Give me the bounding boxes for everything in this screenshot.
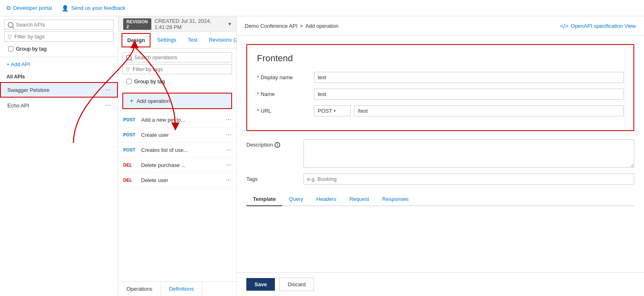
search-apis-wrap[interactable] xyxy=(4,20,114,30)
breadcrumb: Demo Conference API > Add operation xyxy=(245,23,339,29)
op-more-1[interactable]: ··· xyxy=(226,131,231,138)
tab-test[interactable]: Test xyxy=(183,33,202,47)
op-method-2: POST xyxy=(123,147,137,152)
tags-input[interactable] xyxy=(303,174,634,185)
name-star: * xyxy=(257,91,259,97)
name-row: * Name xyxy=(257,89,624,100)
group-by-label: Group by tag xyxy=(16,46,46,52)
op-more-2[interactable]: ··· xyxy=(226,146,231,154)
op-more-0[interactable]: ··· xyxy=(226,116,231,123)
middle-panel: REVISION 2 CREATED Jul 31, 2024, 1:41:28… xyxy=(118,16,237,296)
search-apis-input[interactable] xyxy=(16,22,110,28)
ops-search-input[interactable] xyxy=(134,54,228,60)
top-bar: ⧉ Developer portal 👤 Send us your feedba… xyxy=(0,0,644,16)
op-item-0[interactable]: POST Add a new pet to... ··· xyxy=(118,112,236,127)
name-label: Name xyxy=(261,91,275,97)
save-button[interactable]: Save xyxy=(246,278,275,291)
breadcrumb-page: Add operation xyxy=(305,23,339,29)
op-item-left-0: POST Add a new pet to... xyxy=(123,117,185,123)
openapi-link[interactable]: </> OpenAPI specification View xyxy=(560,23,636,29)
filter-tags-input[interactable] xyxy=(14,33,110,40)
sidebar-item-echo-api[interactable]: Echo API ··· xyxy=(0,98,118,113)
filter-icon: ▽ xyxy=(8,33,12,40)
op-item-2[interactable]: POST Creates list of use... ··· xyxy=(118,142,236,158)
tab-settings[interactable]: Settings xyxy=(152,33,181,47)
content-header: Demo Conference API > Add operation </> … xyxy=(237,16,644,36)
revision-badge: REVISION 2 xyxy=(123,18,151,30)
add-operation-button[interactable]: + Add operation xyxy=(122,93,232,109)
swagger-petstore-more-button[interactable]: ··· xyxy=(105,86,111,93)
developer-portal-link[interactable]: ⧉ Developer portal xyxy=(7,4,52,11)
op-item-4[interactable]: DEL Delete user ··· xyxy=(118,173,236,188)
ops-filter-wrap[interactable]: ▽ xyxy=(122,64,232,74)
display-name-row: * Display name xyxy=(257,72,624,83)
ops-search-icon xyxy=(126,55,132,60)
op-method-1: POST xyxy=(123,132,137,137)
tab-design[interactable]: Design xyxy=(122,33,150,47)
description-textarea[interactable] xyxy=(303,139,634,168)
plus-icon: + xyxy=(130,98,133,104)
name-label-wrap: * Name xyxy=(257,89,314,97)
url-label-wrap: * URL xyxy=(257,105,314,114)
sub-tab-template[interactable]: Template xyxy=(246,193,282,206)
ops-filter-icon: ▽ xyxy=(126,66,130,72)
sidebar-item-swagger-petstore[interactable]: Swagger Petstore ··· xyxy=(0,82,118,98)
display-name-input[interactable] xyxy=(314,72,624,83)
op-name-0: Add a new pet to... xyxy=(141,117,185,123)
tags-row: Tags xyxy=(246,174,634,185)
display-name-label-wrap: * Display name xyxy=(257,72,314,80)
description-row: Description i xyxy=(246,139,634,168)
url-path-input[interactable] xyxy=(354,105,624,116)
info-icon: i xyxy=(274,142,280,148)
content-area: Demo Conference API > Add operation </> … xyxy=(237,16,644,296)
ops-group-by-checkbox[interactable] xyxy=(126,79,132,84)
sub-tab-headers[interactable]: Headers xyxy=(310,193,343,206)
api-name-echo: Echo API xyxy=(7,102,29,109)
op-more-3[interactable]: ··· xyxy=(226,161,231,169)
feedback-label: Send us your feedback xyxy=(71,5,125,11)
ops-filter-input[interactable] xyxy=(133,66,228,72)
filter-tags-wrap[interactable]: ▽ xyxy=(4,31,114,42)
frontend-section: Frontend * Display name * Name xyxy=(246,44,634,131)
discard-button[interactable]: Discard xyxy=(279,278,314,291)
echo-api-more-button[interactable]: ··· xyxy=(105,102,111,109)
external-icon: ⧉ xyxy=(7,4,11,11)
op-name-2: Creates list of use... xyxy=(141,147,188,153)
breadcrumb-api: Demo Conference API xyxy=(245,23,297,29)
ops-search-area: ▽ Group by tag xyxy=(118,49,236,89)
developer-portal-label: Developer portal xyxy=(13,5,52,11)
op-name-3: Delete purchase ... xyxy=(141,162,186,168)
group-by-checkbox[interactable] xyxy=(8,46,13,51)
add-api-button[interactable]: + Add API xyxy=(0,57,118,71)
sub-tab-request[interactable]: Request xyxy=(343,193,376,206)
chevron-down-icon: ▾ xyxy=(228,21,231,27)
name-input[interactable] xyxy=(314,89,624,100)
display-name-star: * xyxy=(257,74,259,80)
op-item-1[interactable]: POST Create user ··· xyxy=(118,127,236,142)
method-select[interactable]: POST ▾ xyxy=(314,105,351,116)
add-operation-label: Add operation xyxy=(137,98,170,104)
feedback-link[interactable]: 👤 Send us your feedback xyxy=(62,5,125,11)
search-icon xyxy=(8,22,13,28)
ops-search-wrap[interactable] xyxy=(122,52,232,62)
openapi-label: OpenAPI specification View xyxy=(571,23,636,29)
url-row: * URL POST ▾ xyxy=(257,105,624,116)
op-item-3[interactable]: DEL Delete purchase ... ··· xyxy=(118,158,236,173)
method-chevron-icon: ▾ xyxy=(334,109,336,113)
op-name-1: Create user xyxy=(141,132,169,138)
display-name-label: Display name xyxy=(261,74,293,80)
url-star: * xyxy=(257,108,259,114)
op-more-4[interactable]: ··· xyxy=(226,176,231,184)
operations-list: POST Add a new pet to... ··· POST Create… xyxy=(118,112,236,281)
sub-tab-responses[interactable]: Responses xyxy=(376,193,415,206)
ops-bottom-tab-definitions[interactable]: Definitions xyxy=(161,282,203,296)
sub-tab-query[interactable]: Query xyxy=(282,193,310,206)
ops-group-by-label: Group by tag xyxy=(134,78,165,85)
op-method-0: POST xyxy=(123,117,137,122)
breadcrumb-sep: > xyxy=(300,23,303,29)
ops-bottom-tab-operations[interactable]: Operations xyxy=(118,282,161,296)
tags-label: Tags xyxy=(246,176,257,182)
revision-created[interactable]: CREATED Jul 31, 2024, 1:41:28 PM ▾ xyxy=(155,18,231,30)
ops-group-by-area: Group by tag xyxy=(122,77,232,88)
url-label: URL xyxy=(261,108,271,114)
